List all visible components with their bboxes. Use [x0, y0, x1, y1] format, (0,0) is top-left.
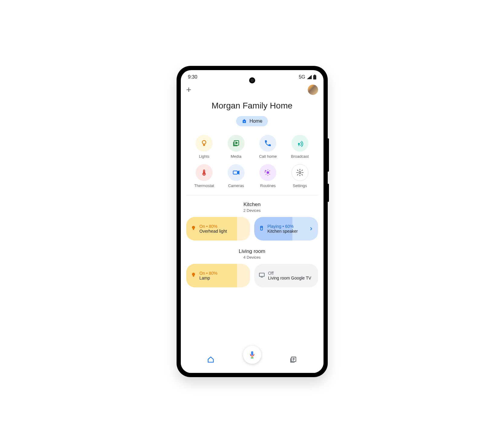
quick-label: Lights [199, 154, 210, 159]
device-card-living-room-google-tv[interactable]: Off Living room Google TV [254, 264, 318, 287]
mic-icon [248, 351, 256, 359]
quick-broadcast[interactable]: Broadcast [285, 135, 315, 159]
quick-label: Thermostat [194, 183, 214, 188]
device-card-kitchen-speaker[interactable]: Playing • 60% Kitchen speaker [254, 217, 318, 241]
quick-label: Settings [293, 183, 307, 188]
gear-icon [291, 164, 308, 181]
svg-rect-1 [314, 75, 315, 75]
quick-label: Media [231, 154, 241, 159]
device-status: On • 80% [200, 224, 246, 229]
home-chip-icon [242, 118, 247, 124]
svg-rect-0 [313, 75, 316, 79]
quick-media[interactable]: Media [221, 135, 251, 159]
feed-icon [289, 356, 297, 364]
chevron-right-icon [308, 226, 314, 231]
routine-icon [259, 164, 276, 181]
device-name: Kitchen speaker [268, 229, 305, 234]
quick-thermostat[interactable]: Thermostat [189, 164, 219, 188]
device-card-lamp[interactable]: On • 80% Lamp [186, 264, 250, 287]
home-chip[interactable]: Home [236, 116, 268, 126]
tv-icon [259, 272, 265, 280]
quick-cameras[interactable]: Cameras [221, 164, 251, 188]
svg-rect-8 [233, 171, 237, 174]
device-name: Lamp [200, 276, 246, 280]
speaker-icon [259, 225, 265, 232]
svg-point-15 [261, 228, 262, 230]
quick-label: Call home [259, 154, 277, 159]
svg-point-14 [261, 227, 262, 228]
room-device-count: 2 Devices [186, 208, 318, 213]
camera-icon [228, 164, 245, 181]
broadcast-icon [291, 135, 308, 152]
device-name: Living room Google TV [268, 276, 314, 280]
signal-icon [307, 75, 312, 79]
quick-call-home[interactable]: Call home [253, 135, 283, 159]
status-network: 5G [299, 74, 305, 80]
bulb-icon [196, 135, 213, 152]
content-scroll[interactable]: Morgan Family Home Home Lights Media Cal… [181, 96, 324, 373]
device-name: Overhead light [200, 229, 246, 234]
quick-label: Broadcast [291, 154, 309, 159]
nav-feed-button[interactable] [289, 356, 297, 365]
lightfill-icon [190, 225, 197, 232]
divider [186, 195, 318, 196]
room-device-count: 4 Devices [186, 255, 318, 260]
device-status: On • 80% [200, 271, 246, 276]
profile-avatar[interactable] [308, 85, 318, 95]
home-title: Morgan Family Home [186, 101, 318, 111]
svg-point-3 [202, 141, 206, 144]
svg-point-2 [244, 121, 245, 122]
svg-point-10 [299, 172, 301, 174]
camera-notch [249, 77, 255, 83]
device-status: Off [268, 271, 314, 276]
room-name: Living room [186, 248, 318, 254]
svg-rect-17 [193, 276, 194, 277]
home-chip-label: Home [249, 118, 262, 124]
battery-icon [313, 75, 316, 79]
quick-label: Routines [260, 183, 276, 188]
device-status: Playing • 60% [268, 224, 305, 229]
assistant-mic-button[interactable] [243, 346, 261, 364]
room-name: Kitchen [186, 202, 318, 208]
svg-rect-18 [259, 273, 264, 276]
quick-label: Cameras [228, 183, 244, 188]
home-icon [207, 356, 215, 364]
svg-point-9 [267, 171, 269, 174]
lightfill-icon [190, 272, 197, 279]
quick-routines[interactable]: Routines [253, 164, 283, 188]
phone-icon [259, 135, 276, 152]
svg-point-16 [192, 273, 195, 276]
quick-settings[interactable]: Settings [285, 164, 315, 188]
thermo-icon [196, 164, 213, 181]
device-card-overhead-light[interactable]: On • 80% Overhead light [186, 217, 250, 241]
media-icon [228, 135, 245, 152]
add-button[interactable]: + [186, 85, 192, 94]
svg-rect-12 [193, 229, 194, 230]
quick-lights[interactable]: Lights [189, 135, 219, 159]
nav-home-button[interactable] [207, 356, 215, 365]
svg-point-11 [192, 226, 195, 229]
status-time: 9:30 [188, 74, 197, 80]
svg-rect-7 [204, 171, 204, 174]
